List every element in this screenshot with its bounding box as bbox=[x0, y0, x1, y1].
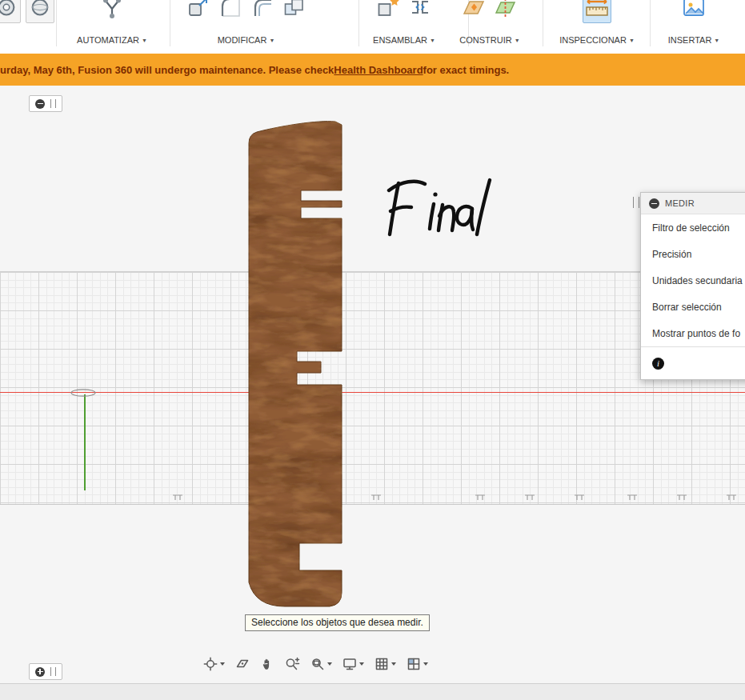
grid-settings-button[interactable] bbox=[373, 655, 398, 673]
display-settings-icon bbox=[342, 657, 357, 671]
measure-tooltip: Seleccione los objetos que desea medir. bbox=[245, 614, 430, 631]
measure-dialog: MEDIR Filtro de selección Precisión Unid… bbox=[640, 192, 745, 380]
chevron-down-icon: ▼ bbox=[142, 38, 147, 43]
maintenance-banner: urday, May 6th, Fusion 360 will undergo … bbox=[0, 54, 745, 86]
measure-dialog-header[interactable]: MEDIR bbox=[641, 193, 745, 214]
toolbar-group-inspeccionar: INSPECCIONAR▼ bbox=[548, 0, 646, 54]
display-settings-button[interactable] bbox=[341, 655, 366, 673]
toolbar-separator bbox=[650, 0, 651, 46]
handwritten-annotation: Final bbox=[389, 180, 490, 234]
fusion-360-window: AUTOMATIZAR▼ bbox=[0, 0, 745, 700]
look-at-button[interactable] bbox=[234, 655, 251, 673]
drag-grip-icon[interactable] bbox=[50, 667, 56, 676]
chevron-down-icon: ▼ bbox=[714, 38, 719, 43]
construction-plane-icon[interactable] bbox=[460, 0, 487, 22]
menu-insertar[interactable]: INSERTAR▼ bbox=[652, 35, 735, 45]
sphere-tool-icon[interactable] bbox=[26, 0, 54, 23]
measure-dialog-footer: i bbox=[641, 346, 745, 379]
orbit-icon bbox=[203, 657, 218, 671]
toolbar-separator bbox=[56, 0, 57, 46]
chevron-down-icon: ▼ bbox=[269, 38, 274, 43]
viewports-icon bbox=[407, 657, 421, 671]
chevron-down-icon: ▼ bbox=[629, 38, 635, 43]
chevron-down-icon bbox=[359, 662, 364, 666]
toolbar-group-insertar: INSERTAR▼ bbox=[652, 0, 735, 54]
banner-text-suffix: for exact timings. bbox=[423, 64, 510, 76]
toolbar-group-ensamblar: ENSAMBLAR▼ bbox=[352, 0, 456, 54]
split-body-icon[interactable] bbox=[492, 0, 519, 22]
viewports-button[interactable] bbox=[405, 655, 430, 673]
ribbon-toolbar: AUTOMATIZAR▼ bbox=[0, 0, 745, 54]
model-viewport[interactable]: Final MEDIR Filtro de selección Precisi bbox=[0, 86, 745, 684]
shell-icon[interactable] bbox=[249, 0, 276, 22]
toolbar-separator bbox=[170, 0, 170, 46]
fit-view-icon bbox=[310, 657, 325, 671]
toolbar-group-automatizar: AUTOMATIZAR▼ bbox=[60, 0, 164, 54]
menu-automatizar[interactable]: AUTOMATIZAR▼ bbox=[60, 35, 164, 45]
toolbar-separator bbox=[543, 0, 543, 46]
measure-tool-icon[interactable] bbox=[583, 0, 611, 23]
zoom-icon bbox=[285, 657, 300, 671]
grid-icon bbox=[375, 657, 389, 671]
health-dashboard-link[interactable]: Health Dashboard bbox=[334, 64, 423, 76]
toolbar-group-construir: CONSTRUIR▼ bbox=[442, 0, 538, 54]
joint-icon[interactable] bbox=[407, 0, 434, 22]
menu-inspeccionar[interactable]: INSPECCIONAR▼ bbox=[548, 35, 646, 45]
chevron-down-icon: ▼ bbox=[430, 38, 435, 43]
orbit-button[interactable] bbox=[202, 655, 226, 673]
precision-label: Precisión bbox=[641, 241, 745, 267]
drag-grip-icon[interactable] bbox=[50, 99, 56, 108]
secondary-units-label: Unidades secundaria bbox=[641, 267, 745, 294]
collapse-minus-icon[interactable] bbox=[35, 99, 45, 109]
measure-dialog-title: MEDIR bbox=[665, 198, 695, 208]
info-icon[interactable]: i bbox=[652, 358, 664, 370]
insert-image-icon[interactable] bbox=[680, 0, 707, 22]
canvas-graphics: Final bbox=[0, 86, 745, 684]
panel-drag-grip[interactable] bbox=[633, 197, 639, 208]
browser-collapse-handle[interactable] bbox=[29, 95, 62, 112]
toolbar-group-create bbox=[0, 0, 58, 54]
expand-plus-icon[interactable] bbox=[35, 667, 45, 677]
chevron-down-icon bbox=[423, 662, 428, 666]
fit-view-button[interactable] bbox=[309, 655, 334, 673]
menu-modificar[interactable]: MODIFICAR▼ bbox=[172, 35, 320, 45]
fillet-icon[interactable] bbox=[217, 0, 244, 22]
pan-button[interactable] bbox=[258, 655, 276, 673]
zoom-button[interactable] bbox=[283, 655, 302, 673]
toolbar-group-modificar: MODIFICAR▼ bbox=[172, 0, 320, 54]
wood-panel-body[interactable] bbox=[249, 122, 342, 606]
chevron-down-icon bbox=[327, 662, 332, 666]
origin-marker bbox=[71, 390, 95, 396]
chevron-down-icon: ▼ bbox=[515, 38, 520, 43]
torus-tool-icon[interactable] bbox=[0, 0, 21, 23]
collapse-panel-icon[interactable] bbox=[649, 198, 659, 209]
combine-icon[interactable] bbox=[281, 0, 308, 22]
banner-text: urday, May 6th, Fusion 360 will undergo … bbox=[0, 64, 334, 76]
status-bar bbox=[0, 683, 745, 700]
look-at-icon bbox=[235, 657, 250, 671]
show-snap-points-label: Mostrar puntos de fo bbox=[641, 320, 745, 346]
new-component-icon[interactable] bbox=[375, 0, 402, 22]
clear-selection-button[interactable]: Borrar selección bbox=[641, 294, 745, 320]
selection-filter-label: Filtro de selección bbox=[641, 214, 745, 241]
pan-hand-icon bbox=[260, 657, 274, 671]
menu-ensamblar[interactable]: ENSAMBLAR▼ bbox=[352, 35, 456, 45]
menu-construir[interactable]: CONSTRUIR▼ bbox=[442, 35, 538, 45]
timeline-expand-handle[interactable] bbox=[29, 663, 62, 680]
chevron-down-icon bbox=[391, 662, 396, 666]
press-pull-icon[interactable] bbox=[185, 0, 212, 22]
view-navigation-bar bbox=[202, 655, 430, 673]
chevron-down-icon bbox=[220, 662, 225, 666]
automation-branch-icon[interactable] bbox=[98, 0, 126, 22]
